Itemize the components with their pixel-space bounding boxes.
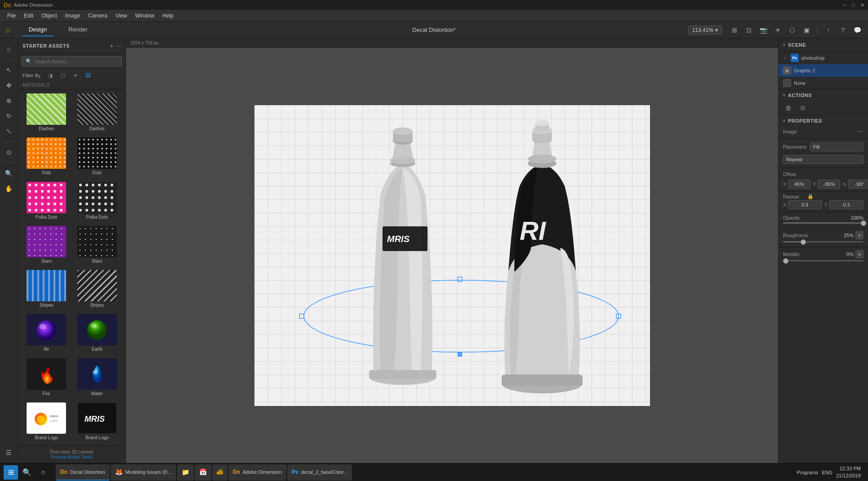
asset-stars-dark[interactable]: Stars [72, 224, 122, 267]
asset-dashes-dark[interactable]: Dashes [72, 92, 122, 135]
home-tool[interactable]: ⌂ [2, 42, 16, 56]
hand-tool[interactable]: ✋ [2, 182, 16, 195]
offset-rot-input[interactable] [848, 180, 868, 189]
comment-icon[interactable]: 💬 [852, 25, 863, 35]
opacity-track[interactable] [783, 222, 864, 224]
light-icon[interactable]: ☀ [772, 25, 783, 35]
asset-thumb-earth [77, 314, 117, 345]
menu-edit[interactable]: Edit [20, 11, 37, 20]
filter-material-icon[interactable]: ◑ [46, 71, 55, 80]
menu-camera[interactable]: Camera [85, 11, 111, 20]
repeat-y-input[interactable] [829, 200, 864, 209]
taskbar-app-explorer[interactable]: 📁 [177, 464, 194, 481]
filter-image-icon[interactable]: ⬡ [58, 71, 67, 80]
asset-dots-dark[interactable]: Dots [72, 136, 122, 179]
left-tools: ⌂ ↖ ✥ ⊕ ↻ ⤡ ⊙ 🔍 ✋ ☰ [0, 39, 18, 463]
grid-icon[interactable]: ⊞ [729, 25, 740, 35]
image-edit-icon[interactable]: ⋯ [858, 128, 864, 135]
placement-label: Placement [783, 144, 806, 150]
properties-header[interactable]: ▾ PROPERTIES [779, 115, 868, 126]
filter-light-icon[interactable]: ✶ [71, 71, 80, 80]
asset-fire[interactable]: Fire [22, 357, 71, 400]
canvas-viewport[interactable]: MRIS RI [126, 48, 778, 463]
share-icon[interactable]: ↑ [823, 25, 834, 35]
menu-object[interactable]: Object [38, 11, 61, 20]
scene-item-photoshop[interactable]: ← Ps photoshop [779, 52, 868, 64]
scene-item-graphic2[interactable]: ▣ Graphic 2 [779, 64, 868, 77]
scene-tree: ← Ps photoshop ▣ Graphic 2 None [779, 52, 868, 90]
metallic-thumb[interactable] [783, 258, 788, 264]
roughness-add-btn[interactable]: + [855, 231, 864, 239]
lock-icon[interactable]: 🔒 [807, 194, 814, 199]
asset-earth[interactable]: Earth [72, 312, 122, 355]
roughness-track[interactable] [783, 241, 864, 243]
taskbar-app-firefox[interactable]: 🦊 Modeling Issues (D... [111, 464, 176, 481]
asset-thumb-stars-dark [77, 226, 117, 257]
menu-window[interactable]: Window [132, 11, 158, 20]
taskbar-modeling-label: Modeling Issues (D... [125, 469, 172, 475]
tab-design[interactable]: Design [22, 23, 53, 36]
taskbar-start-btn[interactable]: ⊞ [4, 465, 18, 480]
asset-stripes-blue[interactable]: Stripes [22, 268, 71, 311]
asset-polka-pink[interactable]: Polka Dots [22, 180, 71, 223]
scene-item-none[interactable]: None [779, 77, 868, 89]
taskbar-app-decal[interactable]: Dn Decal Distortion [56, 464, 110, 481]
repeat-select[interactable]: Repeat No Repeat Repeat X Repeat Y [783, 155, 864, 164]
render-icon[interactable]: ▣ [801, 25, 812, 35]
search-tool[interactable]: 🔍 [2, 167, 16, 180]
scale-tool[interactable]: ⤡ [2, 124, 16, 138]
asset-stars-purple[interactable]: Stars [22, 224, 71, 267]
search-input[interactable] [35, 59, 118, 64]
asset-brand-logo-1[interactable]: brand LOGO Brand Logo [22, 401, 71, 444]
none-thumb [783, 79, 791, 87]
taskbar-app-blender[interactable]: 🏙 [212, 464, 227, 481]
asset-water[interactable]: Water [72, 357, 122, 400]
filter-photo-icon[interactable]: 🖼 [84, 71, 93, 80]
roughness-thumb[interactable] [801, 239, 806, 245]
camera-icon[interactable]: 📷 [758, 25, 769, 35]
asset-dashes-green[interactable]: Dashes [22, 92, 71, 135]
asset-air[interactable]: Air [22, 312, 71, 355]
environment-icon[interactable]: ⬡ [787, 25, 797, 35]
asset-dots-orange[interactable]: Dots [22, 136, 71, 179]
zoom-control[interactable]: 113.41% ▾ [688, 26, 722, 35]
snap-icon[interactable]: ⊡ [743, 25, 754, 35]
maximize-btn[interactable]: □ [852, 2, 855, 8]
asset-polka-dark[interactable]: Polka Dots [72, 180, 122, 223]
layers-btn[interactable]: ☰ [2, 446, 16, 459]
scene-collapse-icon[interactable]: ▾ [783, 43, 785, 47]
taskbar-app-calendar[interactable]: 📅 [195, 464, 211, 481]
actions-header[interactable]: ▾ ACTIONS [779, 90, 868, 101]
orbit-tool[interactable]: ⊙ [2, 146, 16, 159]
offset-y-input[interactable] [818, 180, 840, 189]
metallic-track[interactable] [783, 260, 864, 261]
select-tool[interactable]: ↖ [2, 63, 16, 77]
delete-action-icon[interactable]: 🗑 [783, 102, 794, 113]
assets-more-icon[interactable]: ··· [116, 42, 121, 49]
menu-view[interactable]: View [112, 11, 131, 20]
menu-file[interactable]: File [4, 11, 19, 20]
minimize-btn[interactable]: ─ [843, 2, 847, 8]
taskbar-app-dimension[interactable]: Dn Adobe Dimension [228, 464, 286, 481]
asset-brand-logo-2[interactable]: MRIS Brand Logo [72, 401, 122, 444]
opacity-thumb[interactable] [861, 221, 866, 226]
taskbar-app-photoshop[interactable]: Ps decal_2_baseColor... [287, 464, 352, 481]
move-tool[interactable]: ⊕ [2, 94, 16, 107]
menu-image[interactable]: Image [62, 11, 84, 20]
duplicate-action-icon[interactable]: ⧉ [797, 102, 808, 113]
browse-stock-link[interactable]: Browse Adobe Stock [51, 455, 92, 459]
menu-help[interactable]: Help [159, 11, 177, 20]
placement-select[interactable]: Fill Fit Stretch Tile [810, 142, 864, 151]
transform-tool[interactable]: ✥ [2, 79, 16, 92]
metallic-add-btn[interactable]: + [855, 250, 864, 258]
asset-stripes-dark[interactable]: Stripes [72, 268, 122, 311]
properties-section: ▾ PROPERTIES Image ⋯ Placement Fill Fit … [779, 115, 868, 463]
repeat-x-input[interactable] [788, 200, 822, 209]
tab-render[interactable]: Render [62, 23, 94, 36]
offset-x-input[interactable] [788, 180, 810, 189]
rotate-tool[interactable]: ↻ [2, 109, 16, 123]
taskbar-cortana-btn[interactable]: ○ [36, 465, 50, 480]
help-icon[interactable]: ? [837, 25, 848, 35]
close-btn[interactable]: ✕ [860, 2, 864, 8]
taskbar-search-btn[interactable]: 🔍 [20, 465, 34, 480]
